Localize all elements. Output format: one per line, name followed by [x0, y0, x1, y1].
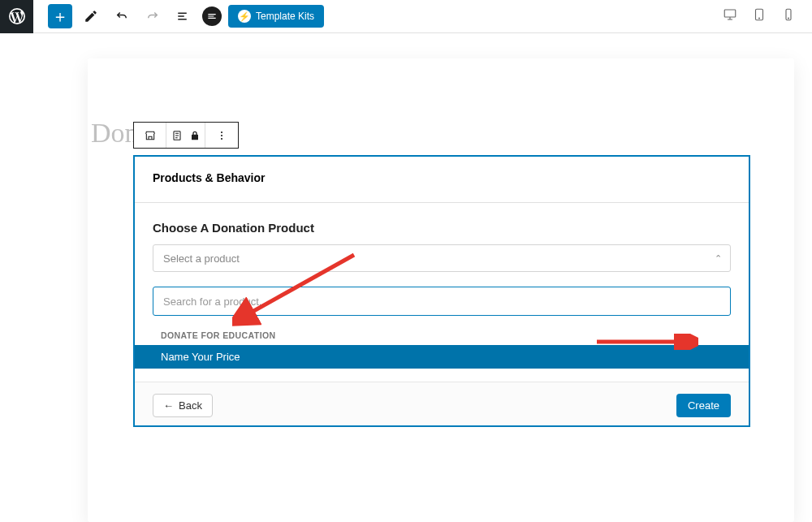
- add-block-button[interactable]: ＋: [48, 4, 72, 28]
- undo-icon: [114, 9, 129, 24]
- redo-icon: [145, 9, 160, 24]
- leaf-icon: [206, 11, 218, 22]
- redo-button[interactable]: [140, 4, 165, 28]
- viewport-tablet[interactable]: [752, 7, 767, 25]
- block-more-button[interactable]: [205, 123, 238, 148]
- product-search-input[interactable]: [158, 296, 725, 308]
- block-type-button[interactable]: [134, 123, 166, 148]
- panel-body: Choose A Donation Product Select a produ…: [135, 221, 749, 382]
- products-behavior-panel: Products & Behavior Choose A Donation Pr…: [133, 155, 750, 427]
- svg-point-4: [788, 18, 789, 19]
- template-kits-button[interactable]: ⚡ Template Kits: [228, 5, 324, 28]
- svg-point-2: [759, 18, 760, 19]
- document-icon: [171, 129, 184, 142]
- lock-icon: [188, 129, 201, 142]
- wordpress-icon: [7, 6, 27, 26]
- mobile-icon: [781, 7, 796, 22]
- product-select[interactable]: Select a product ⌃: [153, 244, 731, 272]
- product-search-wrapper: [153, 287, 731, 316]
- wordpress-logo[interactable]: [0, 0, 33, 33]
- details-button[interactable]: [171, 4, 196, 28]
- product-select-placeholder: Select a product: [163, 252, 240, 265]
- dots-vertical-icon: [215, 129, 228, 142]
- svg-rect-0: [724, 10, 736, 17]
- storefront-icon: [144, 129, 157, 142]
- tablet-icon: [752, 7, 767, 22]
- option-group-label: DONATE FOR EDUCATION: [153, 330, 731, 345]
- undo-button[interactable]: [110, 4, 134, 28]
- desktop-icon: [723, 7, 737, 22]
- panel-header: Products & Behavior: [135, 157, 749, 203]
- list-icon: [176, 9, 191, 24]
- edit-mode-button[interactable]: [79, 4, 103, 28]
- arrow-left-icon: ←: [163, 399, 174, 412]
- svg-point-8: [221, 137, 222, 139]
- viewport-desktop[interactable]: [723, 7, 737, 25]
- pencil-icon: [84, 9, 98, 24]
- template-kits-label: Template Kits: [256, 11, 314, 22]
- product-option-selected[interactable]: Name Your Price: [135, 345, 749, 369]
- block-toolbar: [133, 122, 239, 149]
- back-button[interactable]: ← Back: [153, 394, 213, 417]
- block-align-button[interactable]: [166, 123, 205, 148]
- editor-topbar: ＋ ⚡ Template Kits: [0, 0, 812, 33]
- svg-point-6: [221, 131, 222, 132]
- envato-button[interactable]: [202, 6, 222, 26]
- panel-footer: ← Back Create: [135, 382, 749, 425]
- section-title: Choose A Donation Product: [153, 221, 731, 235]
- toolbar-left: ＋ ⚡ Template Kits: [33, 4, 324, 28]
- bolt-icon: ⚡: [238, 10, 251, 23]
- viewport-mobile[interactable]: [781, 7, 796, 25]
- viewport-switcher: [723, 7, 812, 25]
- create-button[interactable]: Create: [676, 394, 731, 417]
- svg-point-7: [221, 134, 222, 136]
- back-label: Back: [179, 399, 202, 412]
- chevron-up-icon: ⌃: [715, 253, 722, 264]
- editor-canvas: Donations Products & Behavior Choose A D…: [0, 33, 812, 522]
